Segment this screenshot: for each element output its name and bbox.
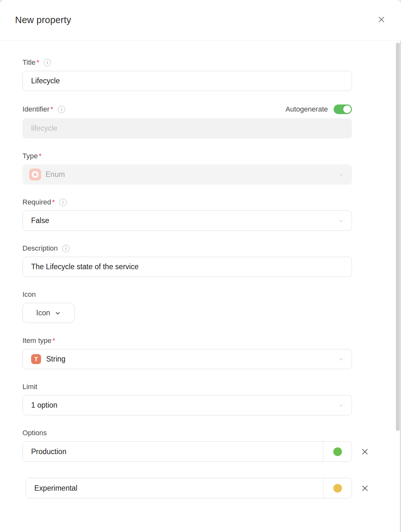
identifier-input [22, 118, 352, 138]
required-marker: * [52, 198, 55, 206]
remove-icon [361, 485, 369, 492]
field-group-required: Required* i False [22, 198, 352, 231]
autogenerate-label: Autogenerate [286, 105, 328, 113]
modal-right-edge [400, 41, 401, 532]
field-group-type: Type* Enum [22, 152, 352, 185]
enum-type-icon [29, 169, 41, 180]
info-icon[interactable]: i [59, 199, 67, 206]
required-marker: * [52, 337, 55, 345]
required-label: Required* [22, 198, 55, 206]
field-group-item-type: Item type* T String [22, 337, 352, 369]
type-label: Type* [22, 152, 41, 160]
options-label: Options [22, 429, 47, 437]
option-box [26, 478, 352, 498]
chevron-down-icon [338, 356, 344, 362]
title-input[interactable] [22, 71, 352, 91]
option-row [22, 441, 352, 462]
field-group-identifier: Identifier* i Autogenerate [22, 104, 352, 138]
item-type-select-value: String [46, 355, 65, 363]
autogenerate-toggle[interactable] [334, 104, 352, 114]
field-group-title: Title* i [22, 58, 352, 91]
remove-option-button[interactable] [360, 446, 370, 457]
option-row [26, 478, 352, 498]
icon-picker-button[interactable]: Icon [22, 303, 75, 323]
close-icon [377, 15, 386, 25]
modal-header: New property [0, 0, 401, 40]
chevron-down-icon [338, 218, 344, 224]
type-select-value: Enum [46, 170, 65, 179]
option-color-picker[interactable] [323, 478, 352, 498]
new-property-modal: New property Title* i Identifier* i Auto… [0, 0, 401, 532]
info-icon[interactable]: i [44, 59, 51, 66]
option-input[interactable] [26, 478, 323, 498]
field-group-options: Options [22, 429, 352, 498]
type-select: Enum [22, 164, 352, 185]
option-box [22, 441, 352, 462]
description-input[interactable] [22, 257, 352, 277]
required-marker: * [37, 58, 39, 67]
chevron-down-icon [338, 403, 344, 408]
item-type-label: Item type* [22, 337, 55, 345]
modal-body: Title* i Identifier* i Autogenerate Type… [0, 40, 401, 527]
color-dot-green-icon [333, 447, 342, 456]
info-icon[interactable]: i [58, 106, 65, 113]
color-dot-yellow-icon [333, 484, 342, 493]
title-label: Title* [22, 58, 39, 67]
remove-icon [361, 448, 369, 455]
limit-select[interactable]: 1 option [22, 395, 352, 415]
remove-option-button[interactable] [360, 483, 370, 493]
string-type-icon: T [31, 354, 41, 364]
toggle-knob [343, 105, 351, 113]
field-group-icon: Icon Icon [22, 290, 352, 323]
item-type-select[interactable]: T String [22, 349, 352, 369]
limit-select-value: 1 option [31, 401, 57, 410]
required-select[interactable]: False [22, 211, 352, 231]
required-marker: * [50, 105, 53, 113]
option-color-picker[interactable] [323, 442, 352, 461]
field-group-limit: Limit 1 option [22, 383, 352, 415]
description-label: Description [22, 244, 58, 253]
icon-label: Icon [22, 290, 36, 299]
chevron-down-icon [55, 310, 61, 316]
scrollbar-thumb[interactable] [396, 43, 400, 431]
chevron-down-icon [338, 172, 344, 178]
icon-picker-label: Icon [36, 309, 50, 317]
info-icon[interactable]: i [62, 245, 70, 252]
modal-title: New property [15, 15, 71, 25]
required-select-value: False [31, 216, 49, 225]
option-input[interactable] [23, 442, 323, 461]
field-group-description: Description i [22, 244, 352, 277]
close-button[interactable] [374, 12, 389, 28]
identifier-label: Identifier* [22, 105, 53, 113]
limit-label: Limit [22, 383, 37, 391]
required-marker: * [39, 152, 42, 160]
